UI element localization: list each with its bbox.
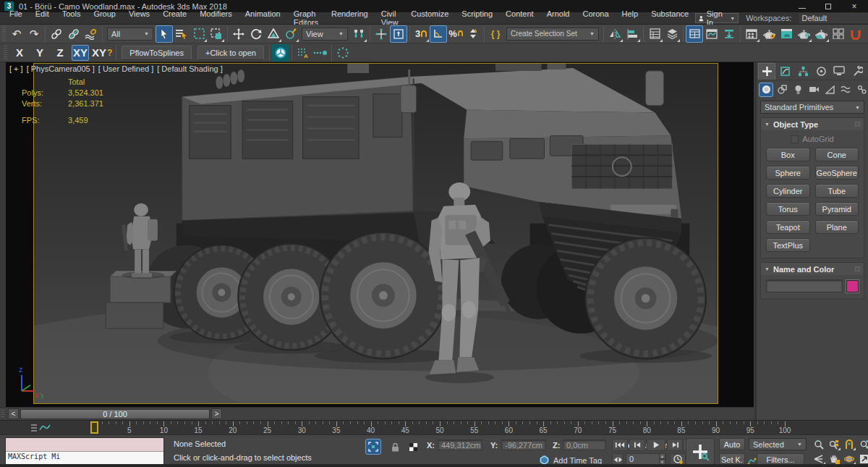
primitive-teapot-button[interactable]: Teapot (766, 220, 810, 234)
tab-modify[interactable] (776, 63, 793, 80)
key-mode-toggle[interactable] (612, 453, 624, 466)
minimize-button[interactable] (799, 3, 806, 10)
maxscript-mini-listener[interactable]: MAXScript Mi (5, 437, 164, 465)
axis-xy-flyout-button[interactable]: XY? (92, 45, 112, 61)
redo-button[interactable]: ↷ (25, 25, 43, 43)
primitive-cylinder-button[interactable]: Cylinder (766, 184, 810, 198)
primitive-tube-button[interactable]: Tube (815, 184, 859, 198)
material-editor-button[interactable] (743, 25, 760, 43)
zoom-extents-all-button[interactable] (857, 437, 868, 451)
toolbar-grip[interactable] (4, 46, 7, 60)
rendered-frame-window-button[interactable] (778, 25, 795, 43)
spacing-tool-icon[interactable] (312, 44, 329, 62)
primitive-cone-button[interactable]: Cone (815, 148, 859, 161)
select-and-manipulate-button[interactable] (373, 25, 390, 43)
key-filters-button[interactable]: Filters... (757, 453, 804, 466)
bind-to-space-warp-icon[interactable] (82, 25, 100, 43)
undo-button[interactable]: ↶ (8, 25, 25, 43)
primitive-torus-button[interactable]: Torus (766, 202, 810, 216)
select-and-place-button[interactable] (282, 25, 299, 43)
time-configuration-button[interactable] (670, 453, 686, 466)
close-button[interactable]: × (851, 3, 858, 10)
pflowtosplines-button[interactable]: PflowToSplines (122, 46, 192, 60)
object-color-swatch[interactable] (846, 280, 859, 293)
align-button[interactable] (624, 25, 641, 43)
select-and-move-button[interactable] (230, 25, 247, 43)
sign-in-button[interactable]: Sign In ▼ (695, 13, 739, 23)
viewport-menu-pov[interactable]: [ PhysCamera005 ] (27, 64, 95, 73)
viewport-menu-shading[interactable]: [ Default Shading ] (157, 64, 223, 73)
rollout-pin-icon[interactable] (855, 266, 860, 272)
subtab-lights[interactable] (791, 83, 805, 97)
select-by-name-button[interactable] (173, 25, 190, 43)
primitive-plane-button[interactable]: Plane (815, 220, 859, 234)
go-to-start-button[interactable] (612, 439, 628, 451)
viewport-menu-general[interactable]: [ + ] (9, 64, 23, 73)
selection-lock-toggle[interactable] (387, 439, 403, 455)
tab-motion[interactable] (812, 63, 830, 80)
autogrid-checkbox[interactable] (791, 135, 799, 143)
auto-key-button[interactable]: Auto (719, 438, 745, 450)
scene-explorer-button[interactable] (646, 25, 663, 43)
curve-editor-button[interactable] (703, 25, 720, 43)
primitive-geosphere-button[interactable]: GeoSphere (815, 166, 859, 180)
rectangular-selection-region-button[interactable] (190, 25, 208, 43)
next-frame-button[interactable] (667, 439, 683, 451)
axis-xy-plane-button[interactable]: XY (72, 45, 89, 61)
next-frame-arrow[interactable]: > (211, 408, 222, 419)
subtab-geometry[interactable] (759, 83, 773, 97)
render-production-button[interactable] (795, 25, 812, 43)
render-in-cloud-button[interactable] (812, 25, 830, 43)
set-keys-button[interactable] (686, 438, 715, 465)
select-and-rotate-button[interactable] (247, 25, 265, 43)
orbit-button[interactable] (842, 452, 856, 466)
macro-recorder-field[interactable] (6, 438, 163, 452)
angle-snap-toggle[interactable] (430, 25, 447, 43)
zoom-extents-button[interactable] (842, 437, 856, 451)
z-coordinate-field[interactable]: 0,0cm (563, 439, 606, 450)
schematic-view-button[interactable] (720, 25, 738, 43)
select-object-button[interactable] (156, 25, 173, 43)
key-selection-dropdown[interactable]: Selected▼ (749, 438, 807, 450)
track-bar-ruler[interactable]: 0510152025303540455055606570758085909510… (0, 421, 868, 435)
previous-frame-button[interactable] (629, 439, 645, 451)
array-tool-icon[interactable]: A (294, 44, 312, 62)
x-coordinate-field[interactable]: 449,312cm (438, 439, 482, 450)
maximize-viewport-toggle[interactable] (857, 452, 868, 466)
circle-array-icon[interactable] (334, 44, 352, 62)
subtab-space-warps[interactable] (838, 83, 853, 97)
substance-swirl-icon[interactable] (847, 25, 864, 43)
select-and-link-icon[interactable] (48, 25, 65, 43)
tab-hierarchy[interactable] (794, 63, 812, 80)
current-frame-marker[interactable] (90, 421, 98, 434)
primitive-textplus-button[interactable]: TextPlus (766, 238, 810, 252)
key-filters-icon[interactable] (746, 453, 757, 467)
time-slider[interactable]: 0 / 100 (20, 409, 210, 419)
unlink-selection-icon[interactable] (65, 25, 82, 43)
click-to-open-button[interactable]: +Click to open (197, 46, 264, 60)
viewport-menu-user[interactable]: [ User Defined ] (98, 64, 153, 73)
axis-y-button[interactable]: Y (31, 45, 48, 61)
window-crossing-toggle[interactable] (208, 25, 225, 43)
render-setup-button[interactable] (760, 25, 778, 43)
keyboard-shortcut-override-toggle[interactable] (390, 25, 407, 43)
primitive-pyramid-button[interactable]: Pyramid (815, 202, 859, 216)
name-color-header[interactable]: ▼ Name and Color (761, 263, 864, 275)
axis-x-button[interactable]: X (11, 45, 28, 61)
edit-named-selection-sets-button[interactable]: { } (487, 25, 504, 43)
set-key-button[interactable]: Set K. (719, 453, 745, 466)
primitive-category-dropdown[interactable]: Standard Primitives▼ (760, 101, 864, 114)
field-of-view-button[interactable] (812, 452, 826, 466)
zoom-button[interactable] (812, 437, 826, 451)
tab-create[interactable] (758, 63, 775, 80)
tab-display[interactable] (830, 63, 848, 80)
spinner-snap-toggle[interactable] (464, 25, 482, 43)
play-button[interactable] (647, 439, 665, 451)
subtab-systems[interactable] (854, 83, 868, 97)
render-gallery-button[interactable] (830, 25, 847, 43)
previous-frame-arrow[interactable]: < (8, 408, 19, 419)
toolbar-grip[interactable] (1, 410, 4, 418)
selection-filter-dropdown[interactable]: All▼ (107, 28, 153, 41)
subtab-helpers[interactable] (822, 83, 837, 97)
snaps-toggle-3d[interactable]: 3 (412, 25, 430, 43)
